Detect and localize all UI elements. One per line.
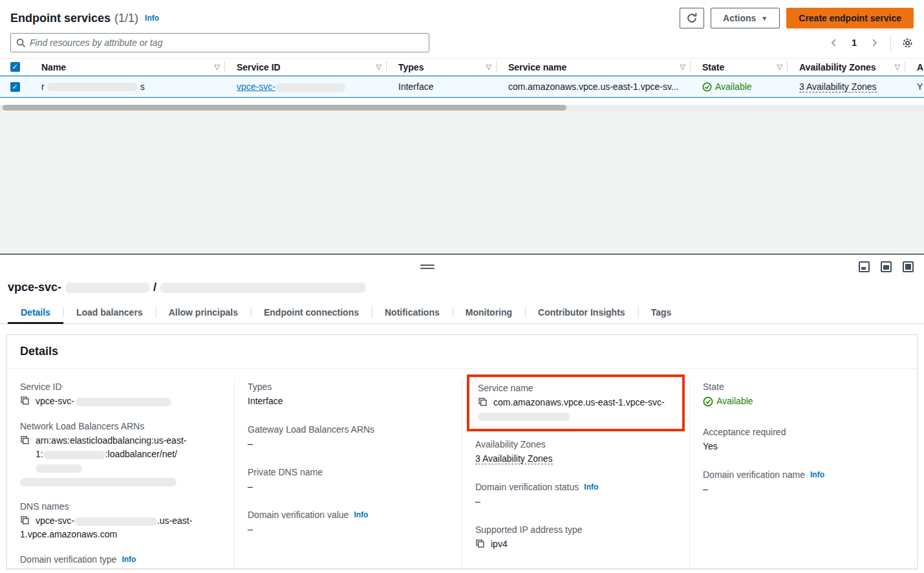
name-fragment: r bbox=[41, 81, 45, 92]
column-header-state[interactable]: State ▽ bbox=[691, 59, 788, 75]
panel-position-half-icon[interactable] bbox=[881, 261, 892, 272]
arn-line2-start: 1: bbox=[36, 449, 43, 459]
field-dns-names: DNS names vpce-svc-.us-east- 1.vpce.amaz… bbox=[20, 500, 221, 541]
field-domain-verification-value: Domain verification value Info – bbox=[248, 508, 449, 536]
column-header-service-id[interactable]: Service ID ▽ bbox=[225, 59, 387, 75]
filter-icon[interactable]: ▽ bbox=[215, 63, 220, 71]
toolbar-divider bbox=[890, 35, 891, 50]
field-label: Network Load Balancers ARNs bbox=[20, 420, 221, 433]
horizontal-scrollbar bbox=[0, 105, 924, 111]
info-link[interactable]: Info bbox=[122, 553, 136, 567]
create-endpoint-service-button[interactable]: Create endpoint service bbox=[786, 8, 914, 28]
column-label: Service name bbox=[508, 62, 566, 72]
info-link[interactable]: Info bbox=[810, 468, 824, 482]
redaction-block bbox=[478, 413, 570, 421]
service-name-line1: com.amazonaws.vpce.us-east-1.vpce-svc- bbox=[493, 397, 665, 407]
info-link[interactable]: Info bbox=[584, 481, 598, 494]
tab-tags[interactable]: Tags bbox=[638, 303, 685, 323]
field-value: – bbox=[475, 495, 676, 508]
select-all-checkbox[interactable]: ✓ bbox=[10, 62, 20, 72]
service-name-highlight-box: Service name com.amazonaws.vpce.us-east-… bbox=[467, 374, 685, 431]
copy-icon[interactable] bbox=[20, 396, 30, 405]
split-panel: vpce-svc- / Details Load balancers Allow… bbox=[0, 254, 924, 573]
table-toolbar: 1 bbox=[0, 30, 924, 56]
detail-tabs: Details Load balancers Allow principals … bbox=[0, 303, 924, 324]
copy-icon[interactable] bbox=[20, 515, 30, 525]
filter-icon[interactable]: ▽ bbox=[486, 63, 491, 71]
column-header-service-name[interactable]: Service name ▽ bbox=[497, 59, 691, 75]
split-panel-header bbox=[0, 255, 924, 279]
filter-icon[interactable]: ▽ bbox=[376, 63, 381, 71]
cell-state: Available bbox=[691, 81, 788, 92]
copy-icon[interactable] bbox=[475, 539, 485, 548]
field-label: Supported IP address type bbox=[475, 523, 676, 537]
row-select-cell: ✓ bbox=[0, 82, 30, 92]
previous-page-button[interactable] bbox=[828, 37, 840, 49]
tab-monitoring[interactable]: Monitoring bbox=[453, 303, 525, 323]
title-separator: / bbox=[153, 281, 156, 294]
tab-endpoint-connections[interactable]: Endpoint connections bbox=[251, 303, 372, 323]
service-id-link[interactable]: vpce-svc- bbox=[237, 81, 345, 92]
horizontal-scrollbar-thumb[interactable] bbox=[3, 105, 566, 111]
filter-icon[interactable]: ▽ bbox=[895, 63, 900, 71]
dns-mid: .us-east- bbox=[157, 515, 192, 526]
copy-icon[interactable] bbox=[20, 435, 30, 445]
details-column-3: Service name com.amazonaws.vpce.us-east-… bbox=[462, 380, 689, 569]
title-info-link[interactable]: Info bbox=[145, 14, 159, 23]
info-link[interactable]: Info bbox=[354, 508, 368, 522]
row-checkbox[interactable]: ✓ bbox=[10, 82, 20, 92]
field-types: Types Interface bbox=[248, 380, 449, 408]
copy-icon[interactable] bbox=[478, 397, 488, 407]
panel-position-full-icon[interactable] bbox=[903, 261, 914, 272]
field-value: – bbox=[20, 567, 221, 569]
tab-notifications[interactable]: Notifications bbox=[372, 303, 453, 323]
field-label: Acceptance required bbox=[703, 426, 904, 439]
redaction-block bbox=[20, 478, 177, 486]
cell-name: r s bbox=[30, 81, 225, 92]
page-header: Endpoint services (1/1) Info Actions ▼ C… bbox=[0, 0, 924, 28]
field-service-id: Service ID vpce-svc- bbox=[20, 380, 221, 408]
availability-zones-link[interactable]: 3 Availability Zones bbox=[475, 453, 553, 464]
search-box[interactable] bbox=[10, 33, 429, 52]
page-title: Endpoint services bbox=[10, 12, 111, 25]
field-label: Types bbox=[248, 380, 449, 394]
field-label: Private DNS name bbox=[248, 466, 449, 479]
column-header-acceptance-clipped[interactable]: A bbox=[905, 59, 924, 75]
check-circle-icon bbox=[702, 82, 712, 92]
field-label: Domain verification type bbox=[20, 553, 116, 567]
tab-contributor-insights[interactable]: Contributor Insights bbox=[525, 303, 638, 323]
create-label: Create endpoint service bbox=[799, 13, 901, 23]
field-domain-verification-type: Domain verification type Info – bbox=[20, 553, 221, 569]
refresh-button[interactable] bbox=[680, 8, 704, 28]
filter-icon[interactable]: ▽ bbox=[777, 63, 782, 71]
table-header-row: ✓ Name ▽ Service ID ▽ Types ▽ Service na… bbox=[0, 58, 924, 76]
filter-icon[interactable]: ▽ bbox=[680, 63, 685, 71]
search-icon bbox=[16, 38, 26, 48]
field-nlb-arns: Network Load Balancers ARNs arn:aws:elas… bbox=[20, 420, 221, 488]
tab-details[interactable]: Details bbox=[8, 303, 63, 323]
column-header-types[interactable]: Types ▽ bbox=[387, 59, 497, 75]
search-input[interactable] bbox=[30, 38, 424, 48]
field-value: – bbox=[703, 482, 904, 496]
service-id-prefix: vpce-svc- bbox=[237, 81, 275, 92]
tab-allow-principals[interactable]: Allow principals bbox=[156, 303, 251, 323]
table-row[interactable]: ✓ r s vpce-svc- Interface com.amazonaws.… bbox=[0, 76, 924, 98]
tab-load-balancers[interactable]: Load balancers bbox=[63, 303, 156, 323]
types-value: Interface bbox=[398, 81, 433, 92]
availability-zones-link[interactable]: 3 Availability Zones bbox=[799, 81, 877, 92]
next-page-button[interactable] bbox=[868, 37, 880, 49]
field-label: Gateway Load Balancers ARNs bbox=[248, 423, 449, 437]
column-header-availability-zones[interactable]: Availability Zones ▽ bbox=[788, 59, 905, 75]
panel-position-bottom-icon[interactable] bbox=[859, 261, 870, 272]
state-value: Available bbox=[716, 395, 753, 408]
column-header-name[interactable]: Name ▽ bbox=[30, 59, 225, 75]
value-prefix: vpce-svc- bbox=[36, 396, 74, 406]
field-state: State Available bbox=[703, 380, 904, 411]
redaction-block bbox=[76, 398, 171, 406]
split-panel-drag-handle[interactable] bbox=[420, 265, 435, 271]
select-all-cell: ✓ bbox=[0, 59, 30, 75]
page-number: 1 bbox=[852, 38, 857, 48]
redaction-block bbox=[43, 451, 105, 459]
preferences-gear-button[interactable] bbox=[901, 37, 914, 49]
actions-button[interactable]: Actions ▼ bbox=[711, 8, 780, 28]
